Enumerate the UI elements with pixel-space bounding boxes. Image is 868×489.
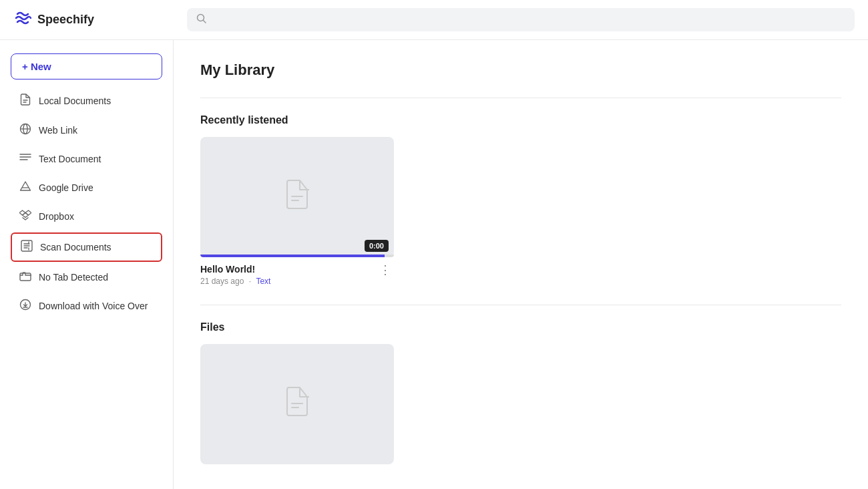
files-card-thumbnail <box>200 344 394 464</box>
card-time-badge: 0:00 <box>365 240 389 252</box>
no-tab-icon <box>19 271 32 284</box>
search-input[interactable] <box>212 15 845 25</box>
sidebar-item-scan-documents[interactable]: Scan Documents <box>11 232 162 262</box>
sidebar-label-text-document: Text Document <box>39 154 101 164</box>
card-more-button[interactable]: ⋮ <box>377 264 394 276</box>
recently-listened-title: Recently listened <box>200 114 841 126</box>
sidebar-item-web-link[interactable]: Web Link <box>11 117 162 144</box>
content-area: My Library Recently listened 0:00 Hello … <box>174 40 868 489</box>
card-hello-world[interactable]: 0:00 Hello World! 21 days ago · Text <box>200 137 394 286</box>
sidebar-label-local-documents: Local Documents <box>39 96 111 106</box>
download-voice-over-icon <box>19 299 32 313</box>
svg-line-1 <box>204 21 206 23</box>
logo-area: Speechify <box>13 9 187 31</box>
dropbox-icon <box>19 209 32 224</box>
card-tag: Text <box>256 277 270 286</box>
new-button[interactable]: + New <box>11 53 162 79</box>
card-doc-icon <box>284 179 310 216</box>
main-layout: + New Local Documents Web Link Text Docu… <box>0 40 868 489</box>
sidebar-item-dropbox[interactable]: Dropbox <box>11 203 162 230</box>
page-title: My Library <box>200 61 841 79</box>
files-cards <box>200 344 841 471</box>
section-divider-files <box>200 305 841 305</box>
card-thumbnail: 0:00 <box>200 137 394 257</box>
card-progress-bar <box>200 255 394 257</box>
app-name: Speechify <box>37 13 94 27</box>
card-timestamp: 21 days ago <box>200 277 244 286</box>
sidebar-label-dropbox: Dropbox <box>39 211 74 222</box>
search-bar[interactable] <box>187 8 855 31</box>
card-meta: Hello World! 21 days ago · Text ⋮ <box>200 264 394 286</box>
card-info: Hello World! 21 days ago · Text <box>200 264 270 286</box>
speechify-logo-icon <box>13 9 32 31</box>
sidebar-label-download-voice-over: Download with Voice Over <box>39 301 148 311</box>
scan-documents-icon <box>20 240 33 255</box>
sidebar-item-local-documents[interactable]: Local Documents <box>11 88 162 114</box>
sidebar-item-text-document[interactable]: Text Document <box>11 146 162 172</box>
search-icon <box>196 13 207 26</box>
card-title: Hello World! <box>200 264 270 275</box>
web-link-icon <box>19 123 32 138</box>
card-subtitle: 21 days ago · Text <box>200 277 270 286</box>
card-files-1[interactable] <box>200 344 394 471</box>
sidebar: + New Local Documents Web Link Text Docu… <box>0 40 174 489</box>
text-document-icon <box>19 152 32 166</box>
card-progress-fill <box>200 255 385 257</box>
sidebar-item-google-drive[interactable]: Google Drive <box>11 174 162 200</box>
sidebar-item-download-voice-over[interactable]: Download with Voice Over <box>11 293 162 319</box>
sidebar-label-web-link: Web Link <box>39 125 77 136</box>
sidebar-label-google-drive: Google Drive <box>39 182 93 193</box>
section-divider-top <box>200 98 841 98</box>
sidebar-label-scan-documents: Scan Documents <box>40 242 112 253</box>
sidebar-item-no-tab-detected[interactable]: No Tab Detected <box>11 265 162 290</box>
topbar: Speechify <box>0 0 868 40</box>
sidebar-label-no-tab-detected: No Tab Detected <box>39 272 108 283</box>
local-documents-icon <box>19 94 32 108</box>
recently-listened-cards: 0:00 Hello World! 21 days ago · Text <box>200 137 841 286</box>
google-drive-icon <box>19 180 32 194</box>
files-card-doc-icon <box>284 386 310 423</box>
card-dot: · <box>249 277 251 286</box>
files-title: Files <box>200 321 841 333</box>
